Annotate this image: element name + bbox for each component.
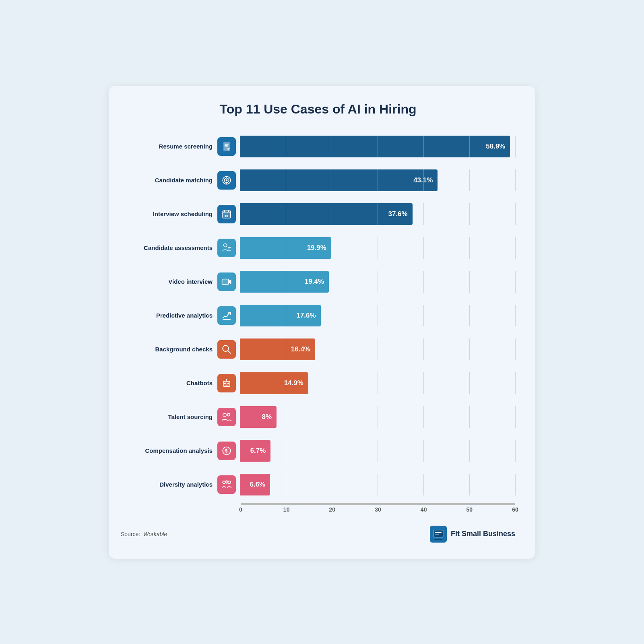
x-axis-tick-label: 30 <box>375 506 381 513</box>
bar-row: Predictive analytics 17.6% <box>121 300 515 331</box>
svg-point-37 <box>225 481 228 483</box>
chart-title: Top 11 Use Cases of AI in Hiring <box>121 102 515 117</box>
bar-icon <box>217 272 236 291</box>
bar-track: 6.6% <box>240 474 515 495</box>
bar-label-text: Predictive analytics <box>121 312 217 319</box>
source-value: Workable <box>143 531 167 537</box>
bar-track: 6.7% <box>240 440 515 462</box>
x-axis-tick-label: 0 <box>239 506 242 513</box>
bar-label-text: Video interview <box>121 278 217 285</box>
bar-label-text: Chatbots <box>121 380 217 387</box>
bar-row: Candidate assessments 19.9% <box>121 233 515 263</box>
bar-icon <box>217 239 236 257</box>
bar-value: 19.4% <box>305 278 324 286</box>
bar-row: Resume screening CV 58.9% <box>121 131 515 162</box>
bar-label-text: Diversity analytics <box>121 481 217 488</box>
svg-rect-3 <box>225 145 227 146</box>
svg-point-30 <box>226 379 227 380</box>
svg-point-26 <box>224 382 226 384</box>
bar-fill: 37.6% <box>240 203 413 225</box>
svg-point-36 <box>228 481 231 484</box>
bar-value: 6.7% <box>250 447 266 455</box>
svg-point-35 <box>223 481 225 484</box>
x-axis-tick-label: 60 <box>512 506 518 513</box>
bar-track: 19.4% <box>240 271 515 293</box>
bar-value: 17.6% <box>296 312 316 320</box>
bar-icon: 10 <box>217 205 236 223</box>
svg-point-9 <box>226 179 228 181</box>
svg-rect-4 <box>225 147 228 147</box>
x-axis-line <box>241 504 515 505</box>
brand-name: Fit Small Business <box>451 530 515 539</box>
bar-fill: 8% <box>240 406 277 428</box>
bar-track: 58.9% <box>240 136 515 157</box>
svg-rect-28 <box>226 385 228 386</box>
bar-row: Chatbots 14.9% <box>121 368 515 398</box>
bar-fill: 19.4% <box>240 271 329 293</box>
bar-row: Compensation analysis $ 6.7% <box>121 436 515 466</box>
svg-rect-43 <box>436 538 440 539</box>
bar-icon <box>217 475 236 494</box>
chart-container: Top 11 Use Cases of AI in Hiring Resume … <box>109 86 535 559</box>
bar-value: 58.9% <box>486 142 505 151</box>
brand: Fit Small Business <box>430 526 515 543</box>
bar-label-text: Candidate matching <box>121 177 217 184</box>
bar-label-text: Background checks <box>121 346 217 353</box>
bar-icon <box>217 171 236 190</box>
svg-point-27 <box>227 382 229 384</box>
bar-track: 16.4% <box>240 339 515 360</box>
brand-logo-icon <box>430 526 447 543</box>
svg-rect-44 <box>434 539 442 540</box>
bar-fill: 6.7% <box>240 440 270 462</box>
bar-icon <box>217 408 236 426</box>
bar-track: 8% <box>240 406 515 428</box>
bar-fill: 19.9% <box>240 237 331 259</box>
bar-row: Talent sourcing 8% <box>121 402 515 432</box>
bar-fill: 16.4% <box>240 339 315 360</box>
x-axis: 0102030405060 <box>241 506 515 516</box>
bar-value: 16.4% <box>291 345 310 353</box>
svg-rect-41 <box>435 532 442 533</box>
bar-value: 19.9% <box>307 244 326 252</box>
svg-rect-21 <box>222 279 229 284</box>
source-label: Source: <box>121 531 140 537</box>
svg-text:10: 10 <box>225 214 228 218</box>
bars-wrapper: Resume screening CV 58.9% Candidate matc… <box>121 131 515 516</box>
bar-icon <box>217 340 236 359</box>
bars-container: Resume screening CV 58.9% Candidate matc… <box>121 131 515 500</box>
svg-line-24 <box>228 351 231 353</box>
svg-rect-18 <box>228 247 231 248</box>
bar-value: 8% <box>262 413 272 421</box>
bar-fill: 43.1% <box>240 169 438 191</box>
bar-label-text: Interview scheduling <box>121 211 217 218</box>
svg-rect-42 <box>435 534 439 535</box>
footer: Source: Workable Fit Small Business <box>121 523 515 543</box>
svg-rect-19 <box>228 248 231 249</box>
svg-point-17 <box>224 244 227 247</box>
x-axis-tick-label: 40 <box>421 506 427 513</box>
svg-text:CV: CV <box>228 148 230 150</box>
source: Source: Workable <box>121 531 167 537</box>
bar-label-text: Candidate assessments <box>121 244 217 252</box>
bar-fill: 14.9% <box>240 372 308 394</box>
bar-row: Candidate matching 43.1% <box>121 165 515 196</box>
svg-text:$: $ <box>225 448 228 453</box>
bar-track: 19.9% <box>240 237 515 259</box>
bar-icon <box>217 374 236 392</box>
bar-row: Interview scheduling 10 37.6% <box>121 199 515 229</box>
svg-point-31 <box>223 413 226 417</box>
bar-track: 37.6% <box>240 203 515 225</box>
bar-value: 43.1% <box>413 176 433 184</box>
svg-rect-20 <box>228 250 231 250</box>
bar-fill: 6.6% <box>240 474 270 495</box>
bar-icon: CV <box>217 137 236 156</box>
bar-track: 17.6% <box>240 305 515 326</box>
bar-label-text: Talent sourcing <box>121 413 217 421</box>
bar-track: 43.1% <box>240 169 515 191</box>
svg-rect-2 <box>225 144 229 144</box>
bar-label-text: Resume screening <box>121 143 217 150</box>
bar-row: Video interview 19.4% <box>121 266 515 297</box>
x-axis-tick-label: 10 <box>283 506 290 513</box>
x-axis-tick-label: 50 <box>466 506 473 513</box>
bar-fill: 58.9% <box>240 136 510 157</box>
